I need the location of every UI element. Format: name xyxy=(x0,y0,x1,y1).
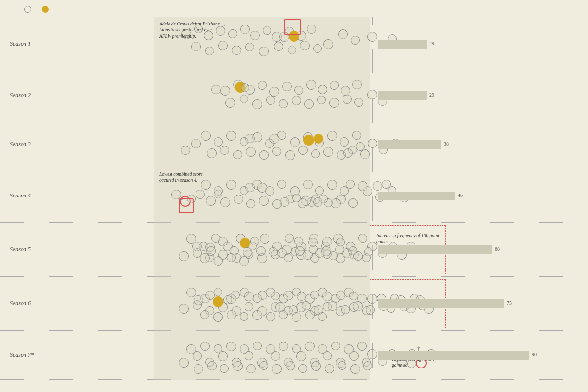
match-circle[interactable] xyxy=(181,146,190,155)
match-circle[interactable] xyxy=(343,95,352,104)
match-circle[interactable] xyxy=(317,96,326,104)
match-circle[interactable] xyxy=(194,364,203,374)
match-circle[interactable] xyxy=(310,291,319,299)
match-circle[interactable] xyxy=(245,134,255,143)
match-circle[interactable] xyxy=(191,42,201,51)
match-circle[interactable] xyxy=(285,150,295,160)
match-circle[interactable] xyxy=(288,46,296,54)
match-circle[interactable] xyxy=(225,98,235,108)
match-circle[interactable] xyxy=(283,291,293,300)
match-circle[interactable] xyxy=(234,195,243,204)
match-circle[interactable] xyxy=(207,148,217,158)
match-circle[interactable] xyxy=(226,342,236,351)
match-circle[interactable] xyxy=(226,131,236,141)
match-circle[interactable] xyxy=(327,131,337,141)
match-circle[interactable] xyxy=(304,99,314,109)
match-circle[interactable] xyxy=(330,81,339,90)
match-circle[interactable] xyxy=(354,98,363,107)
match-circle[interactable] xyxy=(266,312,275,321)
match-circle[interactable] xyxy=(295,246,305,256)
match-circle[interactable] xyxy=(214,190,222,198)
match-circle[interactable] xyxy=(205,47,214,55)
match-circle[interactable] xyxy=(214,256,223,266)
match-circle[interactable] xyxy=(321,246,331,256)
match-circle[interactable] xyxy=(213,312,223,322)
match-circle[interactable] xyxy=(239,256,249,266)
match-circle[interactable] xyxy=(218,237,228,246)
match-circle[interactable] xyxy=(263,26,271,35)
match-circle[interactable] xyxy=(318,312,327,321)
match-circle[interactable] xyxy=(348,246,357,255)
match-circle[interactable] xyxy=(211,85,220,94)
match-circle[interactable] xyxy=(240,344,249,354)
match-circle[interactable] xyxy=(194,295,203,305)
match-circle[interactable] xyxy=(245,183,255,192)
match-circle[interactable] xyxy=(314,134,323,144)
match-circle[interactable] xyxy=(220,364,229,373)
match-circle[interactable] xyxy=(292,344,301,353)
match-circle[interactable] xyxy=(297,292,306,301)
match-circle[interactable] xyxy=(243,247,252,257)
match-circle[interactable] xyxy=(260,234,270,244)
match-circle[interactable] xyxy=(298,364,307,373)
match-circle[interactable] xyxy=(227,253,236,262)
match-circle[interactable] xyxy=(232,46,241,55)
match-circle[interactable] xyxy=(240,24,250,34)
match-circle[interactable] xyxy=(179,304,189,314)
match-circle[interactable] xyxy=(272,147,281,156)
match-circle[interactable] xyxy=(352,80,362,89)
match-circle[interactable] xyxy=(270,87,279,97)
match-circle[interactable] xyxy=(214,137,223,147)
match-circle[interactable] xyxy=(200,310,209,319)
match-circle[interactable] xyxy=(313,197,322,207)
match-circle[interactable] xyxy=(205,291,215,300)
match-circle[interactable] xyxy=(305,310,315,319)
match-circle[interactable] xyxy=(318,344,327,354)
match-circle[interactable] xyxy=(315,186,324,195)
match-circle[interactable] xyxy=(207,361,217,370)
match-circle[interactable] xyxy=(240,238,250,248)
match-circle[interactable] xyxy=(272,364,282,374)
match-circle[interactable] xyxy=(213,296,223,307)
match-circle[interactable] xyxy=(179,251,189,261)
match-circle[interactable] xyxy=(253,342,262,350)
match-circle[interactable] xyxy=(348,198,358,208)
match-circle[interactable] xyxy=(298,146,308,155)
match-circle[interactable] xyxy=(346,180,355,189)
match-circle[interactable] xyxy=(244,292,254,301)
match-circle[interactable] xyxy=(303,135,314,146)
match-circle[interactable] xyxy=(357,342,367,351)
match-circle[interactable] xyxy=(343,148,353,158)
match-circle[interactable] xyxy=(360,149,370,159)
match-circle[interactable] xyxy=(266,96,275,105)
match-circle[interactable] xyxy=(340,137,349,147)
match-circle[interactable] xyxy=(258,291,267,300)
match-circle[interactable] xyxy=(331,198,341,208)
match-circle[interactable] xyxy=(300,41,310,50)
match-circle[interactable] xyxy=(226,180,236,190)
match-circle[interactable] xyxy=(358,234,367,243)
match-circle[interactable] xyxy=(338,361,346,370)
match-circle[interactable] xyxy=(363,361,372,370)
match-circle[interactable] xyxy=(292,312,301,322)
match-circle[interactable] xyxy=(256,246,266,256)
match-circle[interactable] xyxy=(231,291,240,299)
match-circle[interactable] xyxy=(294,237,303,245)
match-circle[interactable] xyxy=(282,82,292,91)
match-circle[interactable] xyxy=(341,305,350,314)
match-circle[interactable] xyxy=(349,292,358,300)
match-circle[interactable] xyxy=(233,150,242,159)
match-circle[interactable] xyxy=(327,180,337,190)
match-circle[interactable] xyxy=(270,134,279,144)
match-circle[interactable] xyxy=(214,288,222,296)
match-circle[interactable] xyxy=(285,234,294,243)
match-circle[interactable] xyxy=(179,358,189,368)
match-circle[interactable] xyxy=(220,197,230,207)
match-circle[interactable] xyxy=(322,292,332,301)
match-circle[interactable] xyxy=(257,183,267,193)
match-circle[interactable] xyxy=(233,361,243,371)
match-circle[interactable] xyxy=(192,242,202,251)
match-circle[interactable] xyxy=(245,43,254,51)
match-circle[interactable] xyxy=(352,131,361,140)
match-circle[interactable] xyxy=(290,137,300,147)
